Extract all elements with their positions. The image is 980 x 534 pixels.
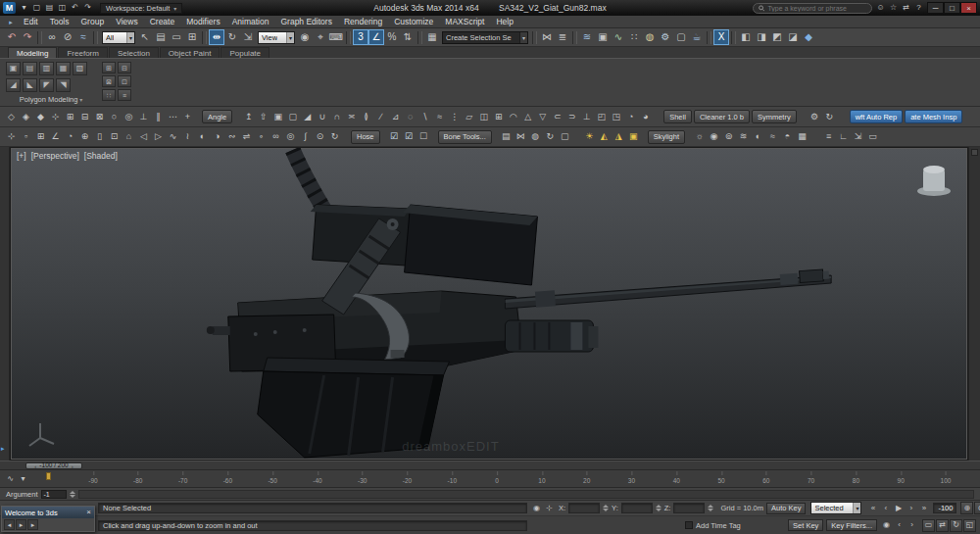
spot-light-icon[interactable]: ◭ <box>597 129 612 144</box>
time-slider[interactable]: ‹ -100 / 200 › <box>0 461 980 470</box>
bone-tools-button[interactable]: Bone Tools... <box>438 130 492 144</box>
stack-collapse-icon[interactable]: ≡ <box>118 89 131 101</box>
freeze-toggle-icon[interactable]: ⊡ <box>118 75 131 87</box>
asset-tracking-icon[interactable]: ◪ <box>785 29 801 45</box>
play-animation-icon[interactable]: ▶ <box>892 502 905 514</box>
environment-icon[interactable]: ≋ <box>736 129 751 144</box>
close-button[interactable]: × <box>960 2 977 14</box>
snapshot-icon[interactable]: ▢ <box>558 129 572 144</box>
argument-spinner[interactable] <box>70 491 75 498</box>
dummy-helper-icon[interactable]: ▫ <box>19 129 33 144</box>
snap-midpoint-icon[interactable]: ⊟ <box>77 110 92 124</box>
add-time-tag-checkbox[interactable] <box>685 521 693 529</box>
workspace-dropdown[interactable]: Workspace: Default <box>100 3 182 14</box>
sun-positioner-icon[interactable]: ☼ <box>692 129 707 144</box>
refresh-icon[interactable]: ↻ <box>543 129 558 144</box>
next-key-icon[interactable]: › <box>906 519 918 532</box>
polygon-modeling-label[interactable]: Polygon Modeling <box>6 95 96 104</box>
camera-icon[interactable]: ◉ <box>707 129 721 144</box>
previous-frame-arrow-icon[interactable]: ‹ <box>34 463 36 469</box>
option-1-toggle[interactable]: ☑ <box>387 129 402 144</box>
soft-auto-rep-button[interactable]: wft Auto Rep <box>850 110 904 123</box>
symmetry-button[interactable]: Symmetry <box>752 110 797 123</box>
render-production-icon[interactable]: ☕ <box>689 29 705 45</box>
snap-extension-icon[interactable]: ⋯ <box>166 110 180 124</box>
bridge-icon[interactable]: ≍ <box>344 110 359 124</box>
target-camera-icon[interactable]: ⊚ <box>721 129 736 144</box>
soft-selection-icon[interactable]: ◕ <box>638 110 653 124</box>
time-slider-handle[interactable]: ‹ -100 / 200 › <box>25 462 82 469</box>
preview-multi-icon[interactable]: ◤ <box>39 78 54 92</box>
menu-customize[interactable]: Customize <box>388 17 439 26</box>
morph-icon[interactable]: ◐ <box>195 129 210 144</box>
settings-gear-icon[interactable]: ⚙ <box>808 110 822 124</box>
graphite-ribbon-toggle-icon[interactable]: ▣ <box>595 29 611 45</box>
use-pivot-point-center-icon[interactable]: ◉ <box>297 29 313 45</box>
zoom-region-icon[interactable]: ▭ <box>922 519 935 532</box>
previous-key-icon[interactable]: ‹ <box>893 519 906 532</box>
attach-icon[interactable]: ⊃ <box>564 110 579 124</box>
sign-in-icon[interactable]: ☺ <box>874 2 887 15</box>
render-elements-icon[interactable]: ▦ <box>795 129 809 144</box>
light-lister-icon[interactable]: ◨ <box>754 29 769 45</box>
welcome-title-bar[interactable]: Welcome to 3ds × <box>2 507 94 518</box>
welcome-next-icon[interactable]: ▸ <box>27 519 38 530</box>
snap-face-icon[interactable]: ◆ <box>33 110 48 124</box>
menu-edit[interactable]: Edit <box>18 17 44 26</box>
inset-icon[interactable]: ▣ <box>270 110 285 124</box>
help-icon[interactable]: ? <box>912 2 925 15</box>
edge-mode-icon[interactable]: ▤ <box>23 62 37 75</box>
set-key-button[interactable]: Set Key <box>788 519 823 531</box>
previous-frame-icon[interactable]: ‹ <box>879 502 892 514</box>
ribbon-tab-modeling[interactable]: Modeling <box>8 47 57 58</box>
skylight-button[interactable]: Skylight <box>648 130 685 144</box>
snap-endpoint-icon[interactable]: ⊠ <box>92 110 107 124</box>
display-mode-icon[interactable]: ⊟ <box>118 62 131 73</box>
y-coordinate-field[interactable] <box>621 503 653 513</box>
menu-animation[interactable]: Animation <box>226 17 275 26</box>
open-mini-curve-editor-icon[interactable]: ∿ <box>4 472 17 485</box>
redo-icon[interactable]: ↷ <box>20 29 35 45</box>
collapse-icon[interactable]: ⊥ <box>579 110 594 124</box>
selection-lock-icon[interactable]: ◉ <box>530 502 543 514</box>
expose-transform-icon[interactable]: ⊡ <box>107 129 122 144</box>
ribbon-tab-object-paint[interactable]: Object Paint <box>160 47 220 58</box>
menu-create[interactable]: Create <box>144 17 181 26</box>
save-scene-icon[interactable]: ◫ <box>56 2 69 15</box>
particle-view-icon[interactable]: ◆ <box>801 29 816 45</box>
orientation-constraint-icon[interactable]: ↻ <box>327 129 342 144</box>
orbit-icon[interactable]: ↻ <box>950 519 962 532</box>
polygon-mode-icon[interactable]: ▦ <box>56 62 71 75</box>
curve-editor-icon[interactable]: ∿ <box>611 29 626 45</box>
edit-named-selection-sets-icon[interactable]: ▦ <box>424 29 440 45</box>
x-coordinate-field[interactable] <box>568 503 600 513</box>
target-weld-icon[interactable]: ∩ <box>329 110 344 124</box>
weld-icon[interactable]: ∪ <box>315 110 329 124</box>
key-selection-dropdown[interactable]: Selected▾ <box>810 502 861 514</box>
reaction-manager-icon[interactable]: ⇌ <box>239 129 254 144</box>
scene-explorer-icon[interactable]: ◧ <box>738 29 754 45</box>
new-scene-icon[interactable]: ▢ <box>30 2 43 15</box>
position-constraint-icon[interactable]: ⊙ <box>313 129 327 144</box>
undo-quick-icon[interactable]: ↶ <box>69 2 81 15</box>
cleaner-button[interactable]: Cleaner 1.0 b <box>694 110 750 123</box>
z-spinner[interactable] <box>708 505 713 511</box>
schematic-view-icon[interactable]: ∷ <box>626 29 642 45</box>
select-and-move-icon[interactable]: ⇹ <box>209 29 224 45</box>
x-spinner[interactable] <box>603 505 609 511</box>
app-menu-arrow-icon[interactable]: ▾ <box>18 2 30 15</box>
next-frame-icon[interactable]: › <box>905 502 917 514</box>
add-time-tag-label[interactable]: Add Time Tag <box>696 521 741 530</box>
constraint-icon[interactable]: ∘ <box>254 129 269 144</box>
select-object-icon[interactable]: ↖ <box>137 29 153 45</box>
outline-icon[interactable]: ▢ <box>285 110 300 124</box>
y-spinner[interactable] <box>656 505 662 511</box>
omni-light-icon[interactable]: ☀ <box>582 129 597 144</box>
welcome-prev-icon[interactable]: ◂ <box>4 519 15 530</box>
reference-coordinate-system-dropdown[interactable]: View▾ <box>258 31 295 44</box>
spinner-down-icon[interactable] <box>70 495 75 498</box>
welcome-close-icon[interactable]: × <box>86 509 91 516</box>
angle-button[interactable]: Angle <box>202 110 232 123</box>
tessellate-icon[interactable]: △ <box>520 110 535 124</box>
viewcube[interactable] <box>914 162 954 197</box>
